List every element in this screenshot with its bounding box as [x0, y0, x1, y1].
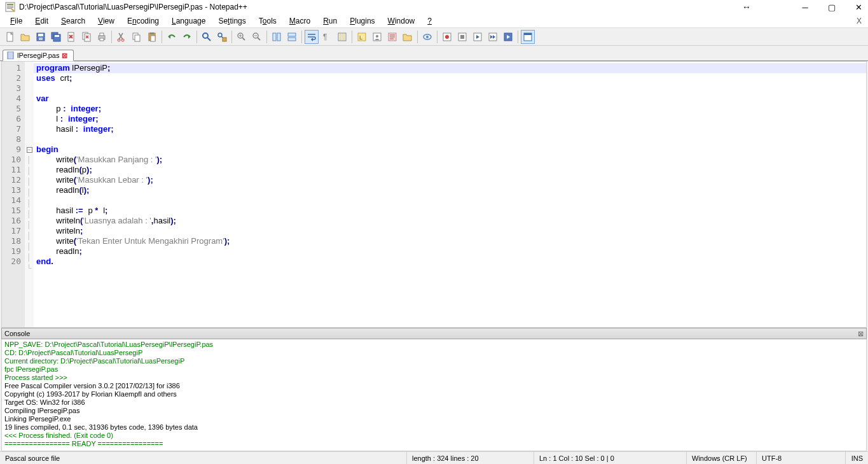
menu-settings[interactable]: Settings — [213, 15, 251, 27]
menu-view[interactable]: View — [93, 15, 120, 27]
menu-window[interactable]: Window — [383, 15, 420, 27]
tab-lpersegip[interactable]: lPersegiP.pas ⊠ — [3, 50, 74, 61]
status-position: Ln : 1 Col : 10 Sel : 0 | 0 — [534, 452, 687, 464]
svg-rect-46 — [460, 35, 464, 39]
menu-encoding[interactable]: Encoding — [122, 15, 164, 27]
titlebar: D:\Project\Pascal\Tutorial\LuasPersegiP\… — [0, 0, 868, 14]
svg-rect-32 — [288, 33, 296, 36]
tab-label: lPersegiP.pas — [17, 52, 59, 59]
svg-rect-23 — [150, 32, 154, 34]
menu-file[interactable]: File — [5, 15, 27, 27]
replace-icon[interactable] — [215, 30, 229, 44]
menu-tools[interactable]: Tools — [254, 15, 282, 27]
sync-h-icon[interactable] — [285, 30, 299, 44]
func-list-icon[interactable] — [385, 30, 399, 44]
status-length: length : 324 lines : 20 — [407, 452, 534, 464]
svg-text:¶: ¶ — [323, 32, 327, 41]
status-filetype: Pascal source file — [0, 452, 407, 464]
svg-point-25 — [203, 33, 208, 38]
maximize-button[interactable]: ▢ — [827, 3, 836, 11]
lang-user-icon[interactable]: L — [355, 30, 369, 44]
menu-language[interactable]: Language — [167, 15, 210, 27]
console-output[interactable]: NPP_SAVE: D:\Project\Pascal\Tutorial\Lua… — [1, 339, 867, 451]
code-area[interactable]: program lPersegiP;uses crt; var p : inte… — [34, 62, 866, 327]
folder-workspace-icon[interactable] — [401, 30, 415, 44]
open-file-icon[interactable] — [18, 30, 32, 44]
svg-rect-2 — [7, 6, 13, 6]
svg-rect-33 — [288, 38, 296, 41]
status-eol[interactable]: Windows (CR LF) — [687, 452, 757, 464]
menu-plugins[interactable]: Plugins — [345, 15, 380, 27]
svg-rect-27 — [223, 38, 226, 41]
statusbar: Pascal source file length : 324 lines : … — [0, 451, 868, 464]
svg-rect-8 — [39, 38, 43, 40]
menu-macro[interactable]: Macro — [284, 15, 315, 27]
console-header[interactable]: Console ⊠ — [1, 328, 867, 339]
svg-rect-17 — [100, 38, 104, 41]
close-file-icon[interactable] — [64, 30, 78, 44]
tab-close-icon[interactable]: ⊠ — [62, 52, 69, 59]
resize-arrows-icon[interactable]: ↔ — [742, 3, 751, 11]
show-all-chars-icon[interactable]: ¶ — [320, 30, 334, 44]
editor[interactable]: 1234567891011121314151617181920 −│││││││… — [1, 61, 867, 328]
app-icon — [5, 2, 15, 12]
find-icon[interactable] — [200, 30, 214, 44]
svg-rect-30 — [273, 33, 276, 41]
svg-rect-7 — [38, 34, 43, 36]
zoom-in-icon[interactable] — [235, 30, 249, 44]
svg-point-44 — [445, 35, 449, 39]
doc-map-icon[interactable] — [370, 30, 384, 44]
close-all-icon[interactable] — [79, 30, 93, 44]
wordwrap-icon[interactable] — [305, 30, 319, 44]
new-file-icon[interactable] — [3, 30, 17, 44]
monitor-icon[interactable] — [420, 30, 434, 44]
svg-rect-16 — [100, 33, 104, 36]
svg-rect-21 — [135, 35, 140, 41]
window-title: D:\Project\Pascal\Tutorial\LuasPersegiP\… — [19, 3, 742, 11]
redo-icon[interactable] — [180, 30, 194, 44]
svg-rect-24 — [151, 36, 155, 41]
svg-rect-31 — [277, 33, 280, 41]
svg-point-42 — [426, 36, 429, 38]
indent-guide-icon[interactable] — [335, 30, 349, 44]
tab-file-icon — [7, 52, 15, 59]
status-insert[interactable]: INS — [846, 452, 868, 464]
svg-rect-1 — [7, 4, 13, 5]
close-button[interactable]: ✕ — [854, 3, 863, 11]
play-multi-icon[interactable] — [486, 30, 500, 44]
undo-icon[interactable] — [165, 30, 179, 44]
toolbar: ¶ L — [0, 28, 868, 46]
line-number-gutter: 1234567891011121314151617181920 — [2, 62, 25, 327]
menubar-close-icon[interactable]: X — [857, 17, 862, 25]
minimize-button[interactable]: ─ — [801, 3, 809, 11]
paste-icon[interactable] — [145, 30, 159, 44]
svg-rect-3 — [7, 7, 13, 8]
zoom-out-icon[interactable] — [250, 30, 264, 44]
save-icon[interactable] — [34, 30, 48, 44]
menu-help[interactable]: ? — [422, 15, 437, 27]
save-all-icon[interactable] — [49, 30, 63, 44]
tabbar: lPersegiP.pas ⊠ — [0, 46, 868, 61]
console-title: Console — [4, 330, 30, 337]
play-macro-icon[interactable] — [471, 30, 485, 44]
menu-search[interactable]: Search — [56, 15, 90, 27]
cut-icon[interactable] — [114, 30, 128, 44]
fold-gutter[interactable]: −││││││││││└ — [25, 62, 34, 327]
menu-edit[interactable]: Edit — [30, 15, 53, 27]
stop-macro-icon[interactable] — [455, 30, 469, 44]
print-icon[interactable] — [95, 30, 109, 44]
sync-v-icon[interactable] — [270, 30, 284, 44]
svg-rect-51 — [524, 33, 532, 35]
console-toggle-icon[interactable] — [521, 30, 535, 44]
svg-rect-11 — [55, 35, 59, 37]
record-macro-icon[interactable] — [440, 30, 454, 44]
menubar: File Edit Search View Encoding Language … — [0, 14, 868, 28]
svg-text:L: L — [359, 34, 362, 41]
status-encoding[interactable]: UTF-8 — [757, 452, 846, 464]
save-macro-icon[interactable] — [501, 30, 515, 44]
console-close-icon[interactable]: ⊠ — [858, 330, 864, 338]
menu-run[interactable]: Run — [318, 15, 342, 27]
copy-icon[interactable] — [130, 30, 144, 44]
svg-rect-53 — [8, 52, 13, 59]
svg-rect-4 — [7, 8, 11, 9]
